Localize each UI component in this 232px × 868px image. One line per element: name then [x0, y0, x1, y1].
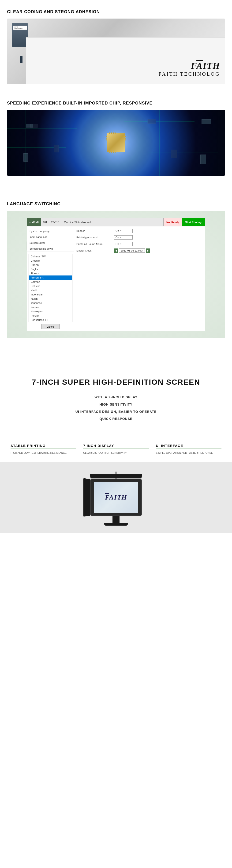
- device-left-side: [83, 478, 90, 517]
- hero-image-1: FAITHTECHNOLOGY FAITH FAITH TECHNOLOG: [7, 19, 225, 84]
- start-printing-button[interactable]: Start Printing: [182, 218, 205, 226]
- col-2-desc: CLEAR DISPLAY HIGH SENSITIVITY: [83, 451, 149, 455]
- screen-saver-row: Screen Saver: [27, 240, 74, 246]
- feature-2: HIGH SENSITIVITY: [7, 401, 225, 408]
- not-ready-status: Not Ready: [163, 218, 182, 226]
- lang-croatian[interactable]: Croatian: [29, 258, 72, 263]
- print-trigger-select-value: On: [116, 236, 119, 239]
- features-list: WITH A 7-INCH DISPLAY HIGH SENSITIVITY U…: [7, 394, 225, 423]
- print-end-select-value: On: [116, 243, 119, 245]
- machine-status: Machine Status Normal: [62, 218, 163, 226]
- paper-sheet: FAITH FAITH TECHNOLOG: [26, 37, 225, 84]
- section-clear-coding: CLEAR CODING AND STRONG ADHESION FAITHTE…: [0, 0, 232, 91]
- print-end-alarm-value: On ▼: [114, 242, 132, 246]
- lang-danish[interactable]: Danish: [29, 263, 72, 267]
- device-cable: [116, 472, 116, 478]
- chip-pins-bottom: [109, 152, 116, 153]
- col-1-title: STABLE PRINTING: [10, 444, 76, 449]
- beeper-value: On ▼: [114, 229, 132, 233]
- beeper-select[interactable]: On ▼: [114, 229, 132, 233]
- feature-4: QUICK RESPONSE: [7, 415, 225, 423]
- chip-center: [107, 133, 125, 152]
- main-heading: 7-INCH SUPER HIGH-DEFINITION SCREEN: [7, 378, 225, 386]
- chip-pins-left: [106, 136, 107, 141]
- three-columns: STABLE PRINTING HIGH AND LOW TEMPERATURE…: [0, 444, 232, 462]
- print-end-alarm-label: Print End Sound Alarm: [76, 243, 114, 245]
- language-dropdown[interactable]: Chinese_TW Croatian Danish English Finni…: [29, 254, 72, 322]
- home-icon: ⌂: [29, 221, 31, 224]
- device-screen: FAITH: [94, 482, 138, 513]
- master-clock-label: Master Clock: [76, 249, 114, 252]
- cancel-button[interactable]: Cancel: [41, 324, 59, 329]
- lang-persian[interactable]: Persian: [29, 313, 72, 318]
- device-screen-logo: FAITH: [105, 494, 127, 501]
- screen-upside-row: Screen upside down: [27, 246, 74, 252]
- ui-screenshot: ⌂ MENU 101 29-5 10: Machine Status Norma…: [27, 218, 205, 331]
- lang-finnish[interactable]: Finnish: [29, 271, 72, 276]
- lang-indonesian[interactable]: Indonesian: [29, 292, 72, 297]
- section1-title: CLEAR CODING AND STRONG ADHESION: [7, 9, 225, 14]
- chip-pins-right: [125, 136, 126, 141]
- col-7inch-display: 7-INCH DISPLAY CLEAR DISPLAY HIGH SENSIT…: [80, 444, 152, 455]
- input-language-row: Input Language: [27, 234, 74, 240]
- lang-korean[interactable]: Korean: [29, 305, 72, 309]
- menu-button[interactable]: ⌂ MENU: [27, 218, 41, 226]
- lang-chinese-tw[interactable]: Chinese_TW: [29, 254, 72, 258]
- section-speeding: SPEEDING EXPERIENCE BUILT-IN IMPORTED CH…: [0, 91, 232, 183]
- print-end-arrow: ▼: [120, 243, 122, 245]
- lang-japanese[interactable]: Japanese: [29, 301, 72, 305]
- chip-pins-top: [109, 132, 116, 134]
- section-language: LANGUAGE SWITCHING ⌂ MENU 101 29-5: [0, 192, 232, 345]
- col-1-desc: HIGH AND LOW TEMPERATURE RESISTANCE: [10, 451, 76, 455]
- clock-prev-button[interactable]: ◀: [114, 248, 118, 253]
- clock-next-button[interactable]: ▶: [146, 248, 150, 253]
- lang-german[interactable]: German: [29, 280, 72, 284]
- faith-logo-text: FAITH: [158, 61, 220, 71]
- col-3-title: UI INTERFACE: [156, 444, 222, 449]
- faith-subtitle: FAITH TECHNOLOG: [158, 71, 220, 77]
- print-trigger-value: On ▼: [114, 235, 132, 240]
- lang-hebrew[interactable]: Hebrew: [29, 284, 72, 288]
- device-section: FAITH: [0, 462, 232, 533]
- language-container: ⌂ MENU 101 29-5 10: Machine Status Norma…: [7, 211, 225, 338]
- lang-norwegian[interactable]: Norwegian: [29, 309, 72, 313]
- col-ui-interface: UI INTERFACE SIMPLE OPERATION AND FASTER…: [152, 444, 225, 455]
- print-end-select[interactable]: On ▼: [114, 242, 132, 246]
- settings-rows: System Language Input Language Screen Sa…: [27, 226, 74, 254]
- device-3d-illustration: FAITH: [83, 472, 149, 523]
- lang-italian[interactable]: Italian: [29, 297, 72, 301]
- printer-nozzle: [20, 56, 23, 63]
- print-trigger-row: Print trigger sound On ▼: [76, 235, 202, 240]
- master-clock-value: ◀ 2021-05-06 11:04:4 ▶: [114, 248, 150, 253]
- print-trigger-label: Print trigger sound: [76, 236, 114, 239]
- system-language-row: System Language: [27, 228, 74, 234]
- cancel-button-container: Cancel: [27, 323, 74, 331]
- print-trigger-arrow: ▼: [120, 237, 122, 239]
- lang-portuguese-pt[interactable]: Portuguese_PT: [29, 318, 72, 322]
- ui-left-panel: System Language Input Language Screen Sa…: [27, 226, 74, 331]
- clock-display: 2021-05-06 11:04:4: [119, 248, 145, 253]
- section-7inch: 7-INCH SUPER HIGH-DEFINITION SCREEN WITH…: [0, 364, 232, 444]
- counter-2: 29-5 10:: [49, 218, 62, 226]
- feature-3: UI INTERFACE DESIGN, EASIER TO OPERATE: [7, 408, 225, 415]
- beeper-label: Beeper: [76, 229, 114, 232]
- beeper-row: Beeper On ▼: [76, 229, 202, 233]
- col-stable-printing: STABLE PRINTING HIGH AND LOW TEMPERATURE…: [7, 444, 80, 455]
- section2-title: SPEEDING EXPERIENCE BUILT-IN IMPORTED CH…: [7, 101, 225, 106]
- menu-label: MENU: [32, 221, 39, 224]
- stand-base: [104, 523, 128, 526]
- col-2-title: 7-INCH DISPLAY: [83, 444, 149, 449]
- ui-right-panel: Beeper On ▼ Print trigger sound On: [74, 226, 205, 331]
- beeper-dropdown-arrow: ▼: [120, 230, 122, 232]
- beeper-select-value: On: [116, 229, 119, 232]
- ui-topbar: ⌂ MENU 101 29-5 10: Machine Status Norma…: [27, 218, 205, 226]
- hero-image-2: [7, 110, 225, 176]
- lang-english[interactable]: English: [29, 267, 72, 271]
- lang-hindi[interactable]: Hindi: [29, 288, 72, 292]
- col-3-desc: SIMPLE OPERATION AND FASTER RESPONSE: [156, 451, 222, 455]
- clock-controls: ◀ 2021-05-06 11:04:4 ▶: [114, 248, 150, 253]
- lang-french-fr[interactable]: French_FR: [29, 276, 72, 280]
- section3-title: LANGUAGE SWITCHING: [7, 202, 225, 207]
- print-trigger-select[interactable]: On ▼: [114, 235, 132, 240]
- master-clock-row: Master Clock ◀ 2021-05-06 11:04:4 ▶: [76, 248, 202, 253]
